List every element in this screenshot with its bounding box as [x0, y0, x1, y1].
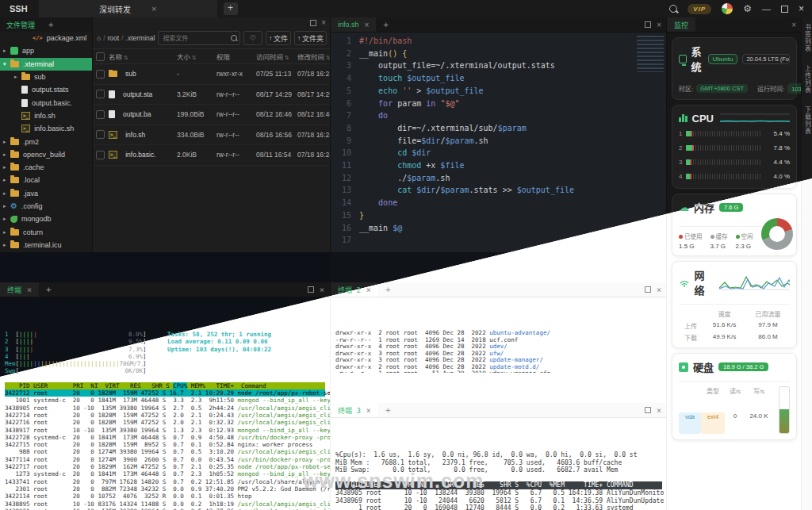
code-icon: </> — [33, 35, 43, 41]
upload-file-button[interactable]: ↑ 文件 — [266, 31, 291, 45]
new-session-button[interactable]: + — [224, 2, 238, 15]
sidebar-add-button[interactable]: + — [48, 20, 53, 29]
file-icon — [109, 90, 115, 98]
row-checkbox[interactable] — [96, 70, 105, 79]
minimize-button[interactable]: — — [762, 4, 771, 13]
row-checkbox[interactable] — [96, 90, 105, 98]
column-mtime[interactable]: 修改时间⇅ — [297, 52, 334, 61]
dock-tab[interactable]: 书签列表 — [803, 24, 812, 52]
terminal-1-tab[interactable]: 终端 × — [0, 282, 39, 297]
close-panel-icon[interactable]: × — [320, 286, 324, 294]
tree-item[interactable]: ▸sub — [0, 71, 92, 83]
tree-item[interactable]: >_info.sh — [0, 109, 92, 122]
os-version-badge: 20.04.5 LTS (Focal Fossa — [742, 54, 790, 64]
close-panel-icon[interactable]: × — [321, 18, 326, 27]
tree-item[interactable]: ▸.pm2 — [0, 135, 92, 148]
folder-icon — [10, 139, 19, 145]
breadcrumb-dir[interactable]: .xterminal — [126, 34, 155, 42]
editor-line: 6 for param in "$@" — [331, 98, 667, 110]
folder-icon — [10, 229, 19, 236]
vip-badge[interactable]: VIP — [688, 4, 711, 14]
session-tab-label: 深圳转发 — [99, 3, 131, 15]
expand-panel-icon[interactable] — [308, 286, 314, 293]
editor-line: 3 output_file=~/.xterminal/output.stats — [331, 59, 667, 72]
session-tab[interactable]: 深圳转发 × — [39, 0, 217, 17]
close-panel-icon[interactable]: × — [791, 21, 796, 29]
editor-line: 11 chmod +x $file — [331, 159, 667, 172]
column-perm[interactable]: 权限 — [216, 52, 256, 61]
column-atime[interactable]: 访问时间⇅ — [256, 52, 297, 61]
tree-item[interactable]: ▸opencv_build — [0, 148, 92, 161]
dock-tab[interactable]: 上传列表 — [803, 65, 812, 94]
breadcrumb[interactable]: ⌂ / root / .xterminal — [97, 34, 155, 42]
tree-item[interactable]: output.stats — [0, 83, 92, 96]
dock-tab[interactable]: 下载列表 — [803, 106, 812, 135]
tree-item[interactable]: ▸.cache — [0, 161, 92, 174]
editor-tab[interactable]: info.sh × — [331, 17, 376, 32]
cpu-core-row: 34.4 % — [679, 155, 790, 168]
tree-item[interactable]: ▸app — [0, 44, 92, 57]
select-all-checkbox[interactable] — [96, 52, 105, 61]
app-window: SSH 深圳转发 × + VIP ⚙ — × 文件管理 + </>package… — [0, 0, 812, 510]
editor-body[interactable]: 1#!/bin/bash2__main() {3 output_file=~/.… — [331, 33, 667, 247]
file-icon — [21, 99, 28, 107]
monitor-icon — [679, 55, 687, 63]
tree-item[interactable]: >_info.basic.sh — [0, 122, 92, 135]
favorite-button[interactable]: ♡ — [243, 31, 262, 45]
file-row[interactable]: output.ba199.0BiBrw-r--r--08/12 16:4608/… — [93, 105, 331, 125]
monitor-tab[interactable]: 监控 — [667, 17, 695, 32]
file-row[interactable]: sub-rwxr-xr-x07/25 11:1307/18 16:24 — [93, 64, 331, 85]
row-checkbox[interactable] — [96, 130, 105, 139]
breadcrumb-root[interactable]: root — [108, 34, 120, 42]
expand-panel-icon[interactable] — [310, 20, 316, 26]
close-panel-icon[interactable]: × — [657, 21, 661, 29]
session-tab-close-icon[interactable]: × — [151, 4, 156, 13]
file-row[interactable]: >_info.basic.2.0KiBrw-r--r--08/11 16:540… — [93, 145, 331, 166]
tree-item[interactable]: ▸.terminal.icu — [0, 239, 92, 251]
search-submit-icon[interactable] — [231, 35, 237, 41]
tab-file-manager[interactable]: 文件管理 — [0, 20, 41, 30]
sidebar-tabbar: 文件管理 + — [0, 17, 92, 32]
file-rows: sub-rwxr-xr-x07/25 11:1307/18 16:24outpu… — [93, 64, 331, 166]
folder-icon — [109, 71, 117, 77]
editor-line: 1#!/bin/bash — [331, 35, 667, 48]
home-icon[interactable]: ⌂ — [97, 34, 101, 42]
tree-item[interactable]: ▸⚙.config — [0, 200, 92, 213]
tree-item[interactable]: </>package.xml — [0, 32, 92, 44]
editor-new-tab-button[interactable]: + — [383, 20, 388, 29]
tree-item[interactable]: ▾.xterminal — [0, 58, 92, 71]
tree-item[interactable]: ▸.java — [0, 187, 92, 200]
script-icon: >_ — [109, 151, 117, 159]
avatar[interactable] — [722, 3, 733, 14]
window-close-button[interactable]: × — [799, 3, 804, 14]
sort-icon: ⇅ — [124, 55, 128, 60]
terminal-new-tab-button[interactable]: + — [46, 285, 52, 295]
file-search-input[interactable] — [161, 34, 231, 43]
tree-item[interactable]: ▸mongodb — [0, 213, 92, 225]
column-size[interactable]: 大小⇅ — [177, 52, 216, 61]
file-row[interactable]: output.sta3.2KiBrw-r--r--08/17 14:2908/1… — [93, 85, 331, 105]
upload-folder-button[interactable]: ↑ 文件夹 — [294, 31, 327, 45]
expand-panel-icon[interactable] — [645, 21, 651, 28]
file-search-box[interactable] — [158, 31, 240, 45]
app-label: SSH — [10, 4, 28, 13]
file-icon — [109, 110, 115, 118]
app-icon — [10, 47, 18, 55]
upload-icon: ↑ — [269, 35, 272, 42]
tree-item[interactable]: output.basic. — [0, 96, 92, 109]
terminal-tab-close-icon[interactable]: × — [27, 286, 32, 294]
tree-item[interactable]: ▸.local — [0, 174, 92, 186]
search-icon[interactable] — [669, 5, 677, 13]
tree-item[interactable]: ▸coturn — [0, 225, 92, 238]
cpu-core-list: 15.4 %27.8 %34.4 %44.0 % — [679, 127, 790, 182]
column-name[interactable]: 名称⇅ — [109, 52, 177, 61]
file-row[interactable]: >_info.sh334.0BiBrw-r--r--08/16 16:5607/… — [93, 125, 331, 146]
titlebar: SSH 深圳转发 × + VIP ⚙ — × — [0, 0, 812, 17]
editor-minimap[interactable] — [637, 36, 664, 72]
gear-icon[interactable]: ⚙ — [743, 4, 752, 13]
row-checkbox[interactable] — [96, 110, 105, 119]
editor-tab-close-icon[interactable]: × — [365, 21, 370, 29]
row-checkbox[interactable] — [96, 151, 105, 159]
folder-icon — [10, 190, 19, 197]
maximize-button[interactable] — [781, 6, 788, 13]
